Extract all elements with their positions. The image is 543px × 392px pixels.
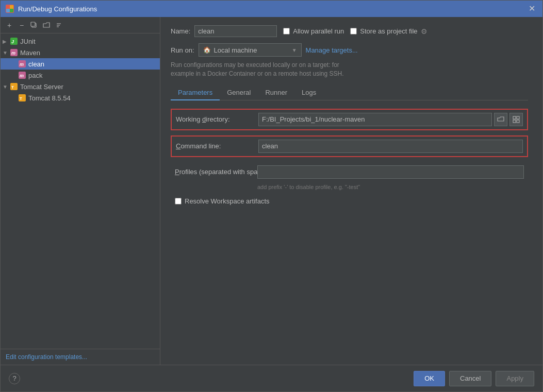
dialog-title: Run/Debug Configurations <box>18 5 97 13</box>
action-buttons: OK Cancel Apply <box>414 371 534 386</box>
svg-rect-24 <box>517 120 519 123</box>
tomcat-server-icon: T <box>10 82 18 91</box>
name-label: Name: <box>171 27 190 35</box>
allow-parallel-label[interactable]: Allow parallel run <box>293 27 344 35</box>
resolve-workspace-checkbox[interactable] <box>175 198 182 204</box>
title-bar: Run/Debug Configurations ✕ <box>1 1 542 17</box>
profiles-wrapper <box>257 165 524 179</box>
svg-text:T: T <box>20 96 22 101</box>
clean-icon: m <box>18 60 26 68</box>
tab-logs[interactable]: Logs <box>294 86 323 100</box>
tomcat854-label: Tomcat 8.5.54 <box>28 94 71 102</box>
gear-icon[interactable]: ⚙ <box>421 27 427 36</box>
profiles-input[interactable] <box>257 165 524 179</box>
name-row: Name: <box>171 25 277 37</box>
svg-text:m: m <box>11 50 15 56</box>
resolve-workspace-label[interactable]: Resolve Workspace artifacts <box>185 197 270 205</box>
manage-targets-link[interactable]: Manage targets... <box>306 46 358 54</box>
working-dir-label: Working directory: <box>176 115 258 123</box>
profiles-label: Profiles (separated with space): <box>175 168 257 176</box>
run-debug-dialog: Run/Debug Configurations ✕ + − <box>0 0 543 392</box>
svg-rect-5 <box>31 22 35 26</box>
maven-icon: m <box>10 48 18 57</box>
scrollbar-track[interactable] <box>538 17 542 365</box>
tab-parameters[interactable]: Parameters <box>171 86 220 100</box>
tree-item-pack[interactable]: m pack <box>1 70 160 81</box>
maven-label: Maven <box>20 49 40 57</box>
working-dir-input[interactable] <box>258 113 492 126</box>
tree-item-tomcat-server[interactable]: ▼ T Tomcat Server <box>1 81 160 92</box>
clean-label: clean <box>28 60 44 68</box>
svg-rect-21 <box>513 116 516 119</box>
config-tree: ▶ J JUnit ▼ m <box>1 33 160 349</box>
sort-button[interactable] <box>53 20 64 31</box>
svg-rect-0 <box>6 5 10 9</box>
main-content: + − <box>1 17 542 365</box>
name-input[interactable] <box>194 25 277 37</box>
allow-parallel-checkbox[interactable] <box>283 28 290 35</box>
edit-config-templates-link[interactable]: Edit configuration templates... <box>1 349 160 365</box>
folder-button[interactable] <box>41 20 52 31</box>
tab-general[interactable]: General <box>220 86 258 100</box>
run-on-select[interactable]: 🏠 Local machine ▼ <box>199 43 302 57</box>
tree-arrow-junit: ▶ <box>3 39 10 44</box>
close-button[interactable]: ✕ <box>526 4 537 14</box>
svg-rect-2 <box>10 5 13 9</box>
tree-arrow-tomcat: ▼ <box>3 84 10 90</box>
cancel-button[interactable]: Cancel <box>449 371 491 386</box>
ok-button[interactable]: OK <box>414 371 445 386</box>
svg-rect-22 <box>517 116 519 119</box>
config-tabs: Parameters General Runner Logs <box>171 86 528 100</box>
macros-button[interactable] <box>509 113 523 126</box>
left-panel: + − <box>1 17 160 365</box>
config-header: Name: Allow parallel run Store as projec… <box>171 25 528 37</box>
working-dir-wrapper <box>258 113 523 126</box>
tree-item-tomcat854[interactable]: T Tomcat 8.5.54 <box>1 92 160 104</box>
run-on-row: Run on: 🏠 Local machine ▼ Manage targets… <box>171 43 528 57</box>
parallel-run-group: Allow parallel run <box>283 27 344 35</box>
tomcat854-icon: T <box>18 94 26 102</box>
command-line-input[interactable] <box>258 140 523 153</box>
bottom-bar: ? OK Cancel Apply <box>1 365 542 391</box>
store-project-label[interactable]: Store as project file <box>360 27 417 35</box>
junit-label: JUnit <box>20 38 36 45</box>
run-on-value: Local machine <box>214 46 257 54</box>
resolve-workspace-row: Resolve Workspace artifacts <box>171 195 528 207</box>
toolbar: + − <box>1 17 160 33</box>
app-icon <box>6 5 14 13</box>
run-on-label: Run on: <box>171 46 194 54</box>
parameters-form: Working directory: <box>171 109 528 365</box>
store-project-checkbox[interactable] <box>350 28 357 35</box>
apply-button[interactable]: Apply <box>496 371 534 386</box>
svg-text:T: T <box>11 85 14 90</box>
tomcat-server-label: Tomcat Server <box>20 83 63 91</box>
home-icon: 🏠 <box>203 46 211 54</box>
pack-label: pack <box>28 72 42 79</box>
profiles-hint: add prefix '-' to disable profile, e.g. … <box>257 184 528 190</box>
tree-item-clean[interactable]: m clean <box>1 58 160 70</box>
browse-folder-button[interactable] <box>494 113 507 126</box>
tree-item-maven[interactable]: ▼ m Maven <box>1 47 160 58</box>
add-config-button[interactable]: + <box>4 20 15 31</box>
title-bar-left: Run/Debug Configurations <box>6 5 97 13</box>
tab-runner[interactable]: Runner <box>258 86 294 100</box>
store-project-group: Store as project file ⚙ <box>350 27 427 36</box>
tree-arrow-maven: ▼ <box>3 50 10 56</box>
svg-text:m: m <box>20 62 24 67</box>
svg-rect-3 <box>6 9 10 12</box>
run-on-description: Run configurations may be executed local… <box>171 61 528 78</box>
pack-icon: m <box>18 71 26 79</box>
command-line-label: Command line: <box>176 142 258 150</box>
dropdown-arrow-icon: ▼ <box>292 47 297 53</box>
tree-item-junit[interactable]: ▶ J JUnit <box>1 36 160 47</box>
help-button[interactable]: ? <box>9 373 20 384</box>
right-panel: Name: Allow parallel run Store as projec… <box>160 17 538 365</box>
copy-config-button[interactable] <box>28 20 40 31</box>
svg-rect-23 <box>513 120 516 123</box>
remove-config-button[interactable]: − <box>16 20 27 31</box>
command-line-wrapper <box>258 140 523 153</box>
profiles-row: Profiles (separated with space): <box>171 162 528 182</box>
command-line-row: Command line: <box>171 135 528 157</box>
svg-text:m: m <box>20 73 24 78</box>
working-directory-row: Working directory: <box>171 109 528 130</box>
